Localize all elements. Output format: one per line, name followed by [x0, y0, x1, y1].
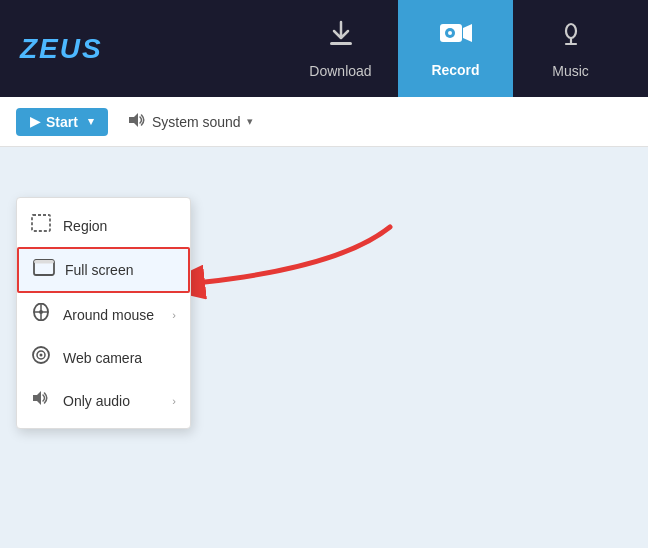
- only-audio-chevron: ›: [172, 395, 176, 407]
- dropdown-item-only-audio-label: Only audio: [63, 393, 130, 409]
- nav-item-download[interactable]: Download: [283, 0, 398, 97]
- around-mouse-chevron: ›: [172, 309, 176, 321]
- system-sound-button[interactable]: System sound ▾: [120, 108, 261, 135]
- dropdown-item-region-label: Region: [63, 218, 107, 234]
- svg-rect-7: [32, 215, 50, 231]
- svg-marker-15: [33, 391, 41, 405]
- start-button[interactable]: ▶ Start ▾: [16, 108, 108, 136]
- dropdown-item-fullscreen-label: Full screen: [65, 262, 133, 278]
- region-icon: [31, 214, 51, 237]
- dropdown-item-web-camera-label: Web camera: [63, 350, 142, 366]
- dropdown-menu: Region Full screen Around mouse: [16, 197, 191, 429]
- music-icon: [558, 18, 584, 55]
- only-audio-icon: [31, 389, 51, 412]
- fullscreen-icon: [33, 259, 53, 281]
- sound-icon: [128, 112, 146, 131]
- sound-label: System sound: [152, 114, 241, 130]
- nav-item-music-label: Music: [552, 63, 589, 79]
- sound-caret: ▾: [247, 115, 253, 128]
- nav-item-record[interactable]: Record: [398, 0, 513, 97]
- nav-items: Download Record M: [283, 0, 628, 97]
- around-mouse-icon: [31, 303, 51, 326]
- play-icon: ▶: [30, 114, 40, 129]
- web-camera-icon: [31, 346, 51, 369]
- svg-rect-9: [34, 260, 54, 264]
- svg-point-5: [566, 24, 576, 38]
- svg-point-14: [40, 354, 43, 357]
- nav-item-music[interactable]: Music: [513, 0, 628, 97]
- start-label: Start: [46, 114, 78, 130]
- download-icon: [326, 18, 356, 55]
- svg-point-11: [39, 310, 43, 314]
- dropdown-item-web-camera[interactable]: Web camera: [17, 336, 190, 379]
- svg-marker-6: [129, 113, 138, 127]
- main-content: Region Full screen Around mouse: [0, 147, 648, 548]
- svg-marker-2: [463, 24, 472, 42]
- nav-item-download-label: Download: [309, 63, 371, 79]
- svg-point-4: [448, 31, 452, 35]
- dropdown-item-region[interactable]: Region: [17, 204, 190, 247]
- dropdown-item-around-mouse-label: Around mouse: [63, 307, 154, 323]
- dropdown-item-only-audio[interactable]: Only audio ›: [17, 379, 190, 422]
- nav-item-record-label: Record: [431, 62, 479, 78]
- svg-rect-0: [330, 42, 352, 45]
- navbar: ZEUS Download Record: [0, 0, 648, 97]
- record-icon: [439, 19, 473, 54]
- dropdown-item-around-mouse[interactable]: Around mouse ›: [17, 293, 190, 336]
- start-caret: ▾: [88, 115, 94, 128]
- toolbar: ▶ Start ▾ System sound ▾: [0, 97, 648, 147]
- app-logo: ZEUS: [20, 33, 103, 65]
- dropdown-item-fullscreen[interactable]: Full screen: [17, 247, 190, 293]
